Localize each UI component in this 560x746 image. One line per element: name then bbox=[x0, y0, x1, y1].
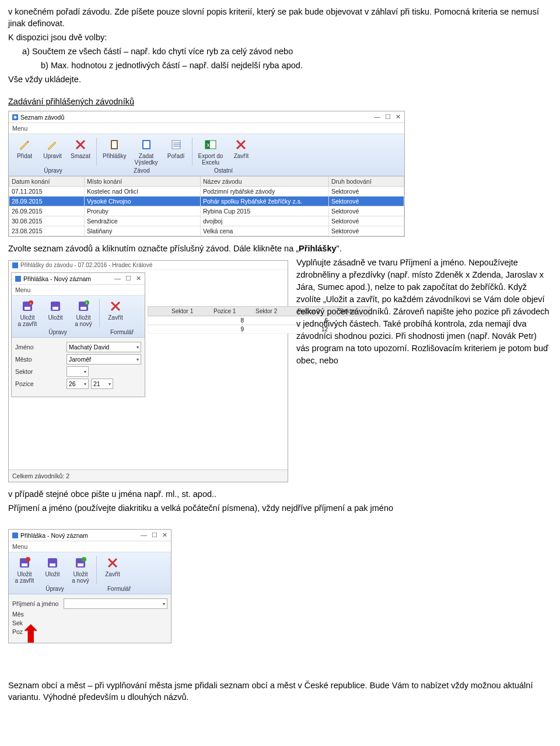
notebook-icon bbox=[139, 138, 153, 152]
svg-point-29 bbox=[82, 557, 86, 562]
clipboard-icon bbox=[107, 138, 121, 152]
group-formular: Formulář bbox=[102, 329, 142, 335]
pridat-label: Přidat bbox=[17, 153, 32, 159]
prihlasky-button[interactable]: Přihlášky bbox=[99, 136, 130, 167]
ulozit-zavrit-button[interactable]: x Uložit a zavřít bbox=[14, 298, 41, 328]
status-bar: Celkem závodníků: 2 bbox=[9, 470, 288, 482]
zavrit-button[interactable]: Zavřít bbox=[228, 136, 254, 167]
list-icon bbox=[169, 138, 183, 152]
close-ribbon-icon bbox=[234, 138, 248, 152]
close-icon[interactable]: ✕ bbox=[162, 531, 167, 539]
dropdown-icon: ▾ bbox=[136, 357, 139, 362]
label-sektor: Sektor bbox=[15, 368, 64, 375]
save-new-icon: + bbox=[76, 299, 90, 313]
pencil-edit-icon bbox=[46, 138, 60, 152]
window-title: Seznam závodů bbox=[20, 114, 64, 121]
save-close-icon bbox=[18, 556, 32, 570]
ulozit-zavrit-button[interactable]: Uložit a zavřít bbox=[11, 555, 38, 585]
table-row[interactable]: 28.09.2015Vysoké ChvojnoPohár spolku Ryb… bbox=[9, 197, 404, 206]
zavrit-label: Zavřít bbox=[234, 153, 249, 159]
min-icon[interactable]: — bbox=[374, 113, 380, 121]
sektor-field[interactable]: ▾ bbox=[66, 366, 89, 377]
close-icon[interactable]: ✕ bbox=[136, 275, 141, 282]
col-druh[interactable]: Druh bodování bbox=[329, 177, 404, 187]
menu-bar[interactable]: Menu bbox=[9, 541, 171, 552]
svg-rect-21 bbox=[12, 533, 18, 538]
zavrit-button[interactable]: Zavřít bbox=[102, 298, 129, 328]
label-jmeno: Jméno bbox=[15, 344, 64, 351]
arrow-annotation: ⬆ bbox=[8, 649, 552, 669]
window-titlebar: Seznam závodů — ☐ ✕ bbox=[9, 111, 404, 123]
smazat-button[interactable]: Smazat bbox=[67, 136, 94, 167]
label-mesto: Město bbox=[15, 356, 64, 363]
table-row[interactable]: 26.09.2015ProrubyRybina Cup 2015Sektorov… bbox=[9, 206, 404, 216]
label-mes: Měs bbox=[12, 611, 61, 618]
zadat-label: Zadat Výsledky bbox=[135, 153, 158, 166]
svg-rect-23 bbox=[22, 563, 27, 566]
mesto-field[interactable]: Jaroměř▾ bbox=[66, 354, 141, 365]
close-icon[interactable]: ✕ bbox=[396, 113, 401, 121]
ulozit-novy-button[interactable]: + Uložit a nový bbox=[70, 298, 97, 328]
intro-opt-a: a) Součtem ze všech částí – např. kdo ch… bbox=[8, 45, 552, 57]
after-text-1: v případě stejné obce pište u jména např… bbox=[8, 488, 552, 500]
max-icon[interactable]: ☐ bbox=[125, 275, 131, 282]
dropdown-icon: ▾ bbox=[84, 369, 86, 374]
arrow-up-icon: ⬆ bbox=[21, 621, 41, 647]
max-icon[interactable]: ☐ bbox=[385, 113, 391, 121]
screenshot-prihlaska-edit: Přihlášky do závodu - 07.02.2016 - Hrade… bbox=[8, 260, 288, 482]
zavrit-button[interactable]: Zavřít bbox=[99, 555, 126, 585]
app-icon bbox=[12, 262, 18, 268]
col-datum[interactable]: Datum konání bbox=[9, 177, 85, 187]
ulozit-button[interactable]: Uložit bbox=[42, 298, 69, 328]
pozice1-field[interactable]: 26▾ bbox=[66, 379, 89, 389]
pozice2-field[interactable]: 21▾ bbox=[91, 379, 113, 389]
menu-bar[interactable]: Menu bbox=[12, 285, 145, 296]
svg-point-24 bbox=[26, 557, 30, 562]
svg-rect-18 bbox=[80, 307, 86, 310]
prijmeni-field[interactable]: ▾ bbox=[64, 598, 167, 609]
ulozit-button[interactable]: Uložit bbox=[39, 555, 66, 585]
pencil-icon bbox=[18, 138, 32, 152]
upravit-button[interactable]: Upravit bbox=[39, 136, 66, 167]
export-button[interactable]: X Export do Excelu bbox=[195, 136, 227, 167]
svg-text:X: X bbox=[206, 142, 210, 148]
table-row[interactable]: 07.11.2015Kostelec nad OrlicíPodzimní ry… bbox=[9, 187, 404, 197]
zadat-button[interactable]: Zadat Výsledky bbox=[131, 136, 162, 167]
heading-zadavani: Zadávání přihlášených závodníků bbox=[8, 96, 552, 107]
outer-window-header: Přihlášky do závodu - 07.02.2016 - Hrade… bbox=[9, 261, 288, 270]
min-icon[interactable]: — bbox=[141, 531, 147, 539]
poradi-button[interactable]: Pořadí bbox=[163, 136, 190, 167]
ulozit-novy-button[interactable]: Uložit a nový bbox=[67, 555, 94, 585]
dropdown-icon: ▾ bbox=[136, 345, 139, 350]
min-icon[interactable]: — bbox=[114, 275, 121, 282]
group-upravy: Úpravy bbox=[11, 167, 95, 174]
svg-rect-28 bbox=[78, 563, 83, 566]
save-icon bbox=[46, 556, 60, 570]
svg-rect-9 bbox=[12, 262, 18, 268]
col-misto[interactable]: Místo konání bbox=[85, 177, 201, 187]
jmeno-field[interactable]: Machatý David▾ bbox=[66, 342, 141, 352]
group-zavod: Závod bbox=[95, 167, 188, 174]
poradi-label: Pořadí bbox=[167, 153, 184, 159]
svg-text:x: x bbox=[30, 302, 32, 305]
ribbon: Přidat Upravit Smazat Přihlášky bbox=[9, 134, 404, 176]
close-ribbon-icon bbox=[108, 299, 123, 313]
excel-icon: X bbox=[204, 138, 218, 152]
svg-rect-4 bbox=[144, 141, 149, 148]
menu-bar[interactable]: Menu bbox=[9, 123, 404, 134]
export-label: Export do Excelu bbox=[198, 153, 223, 166]
inner-window: Přihláška - Nový záznam — ☐ ✕ Menu x bbox=[11, 272, 145, 397]
delete-x-icon bbox=[74, 138, 88, 152]
max-icon[interactable]: ☐ bbox=[152, 531, 158, 539]
bottom-p1: Seznam obcí a měst – při vyplňování měst… bbox=[8, 680, 552, 703]
table-row[interactable]: 23.08.2015SlatiňanyVelká cenaSektorové bbox=[9, 226, 404, 236]
intro-opt-b: b) Max. hodnotou z jednotlivých částí – … bbox=[8, 59, 552, 71]
right-column-text: Vyplňujte zásadně ve tvaru Příjmení a jm… bbox=[296, 257, 552, 367]
outer-title: Přihlášky do závodu - 07.02.2016 - Hrade… bbox=[20, 262, 152, 268]
table-row[interactable]: 30.08.2015SendražicedvojbojSektorové bbox=[9, 216, 404, 226]
prihlasky-label: Přihlášky bbox=[103, 153, 127, 159]
upravit-label: Upravit bbox=[43, 153, 62, 159]
col-nazev[interactable]: Název závodu bbox=[201, 177, 329, 187]
svg-text:+: + bbox=[86, 301, 88, 305]
pridat-button[interactable]: Přidat bbox=[11, 136, 38, 167]
